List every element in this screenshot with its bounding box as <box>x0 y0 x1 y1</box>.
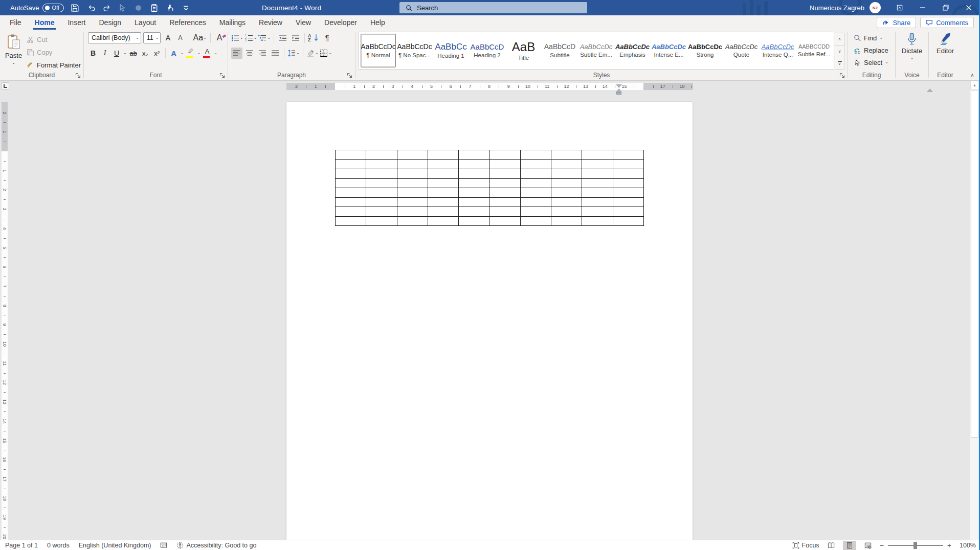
table-cell[interactable] <box>520 159 551 169</box>
table-cell[interactable] <box>613 188 643 198</box>
style-item-intense-e[interactable]: AaBbCcDcIntense E... <box>651 34 686 67</box>
print-layout-button[interactable] <box>843 541 856 550</box>
table-cell[interactable] <box>582 178 613 188</box>
avatar[interactable]: NZ <box>870 2 881 13</box>
scroll-up-icon[interactable]: ▲ <box>970 81 979 89</box>
font-color-button[interactable]: A <box>202 48 212 59</box>
table-cell[interactable] <box>428 159 458 169</box>
style-item-intense-q[interactable]: AaBbCcDcIntense Q... <box>760 34 795 67</box>
tab-insert[interactable]: Insert <box>61 15 92 30</box>
zoom-out-button[interactable]: − <box>880 541 884 549</box>
table-cell[interactable] <box>551 207 582 217</box>
table-cell[interactable] <box>397 188 428 198</box>
font-family-combo[interactable]: Calibri (Body)⌄ <box>88 32 141 43</box>
table-cell[interactable] <box>582 197 613 207</box>
table-cell[interactable] <box>366 188 397 198</box>
table-cell[interactable] <box>551 169 582 179</box>
sort-button[interactable]: AZ <box>308 32 320 43</box>
table-cell[interactable] <box>397 197 428 207</box>
editor-button[interactable]: Editor <box>937 32 954 55</box>
bullets-button[interactable]: ⌄ <box>231 32 243 43</box>
table-cell[interactable] <box>336 216 366 226</box>
table-cell[interactable] <box>489 188 520 198</box>
undo-icon[interactable]: ⌄ <box>86 3 96 12</box>
table-cell[interactable] <box>336 178 366 188</box>
zoom-level[interactable]: 100% <box>956 542 976 549</box>
share-button[interactable]: Share <box>877 17 916 28</box>
subscript-button[interactable]: x₂ <box>140 48 150 59</box>
paragraph-dialog-launcher-icon[interactable] <box>346 72 353 78</box>
table-cell[interactable] <box>520 178 551 188</box>
table-cell[interactable] <box>397 169 428 179</box>
table-cell[interactable] <box>366 216 397 226</box>
focus-mode-button[interactable]: Focus <box>792 542 819 549</box>
scrollbar-thumb[interactable] <box>971 90 978 438</box>
web-layout-button[interactable] <box>861 541 875 550</box>
table-cell[interactable] <box>459 150 489 160</box>
table-cell[interactable] <box>428 169 458 179</box>
vertical-scrollbar[interactable]: ▲ <box>970 81 978 540</box>
table-cell[interactable] <box>366 159 397 169</box>
collapse-ribbon-icon[interactable]: ∧ <box>969 72 976 78</box>
table-cell[interactable] <box>336 150 366 160</box>
hanging-indent-marker[interactable] <box>616 88 622 92</box>
undo-dropdown-icon[interactable]: ⌄ <box>92 7 95 12</box>
save-icon[interactable] <box>71 3 80 12</box>
table-cell[interactable] <box>551 197 582 207</box>
user-name[interactable]: Numericus Zagreb <box>810 4 864 12</box>
find-button[interactable]: Find⌄ <box>852 33 893 43</box>
multilevel-dropdown-icon[interactable]: ⌄ <box>267 36 271 40</box>
multilevel-list-button[interactable]: ⌄ <box>258 32 271 43</box>
table-cell[interactable] <box>336 207 366 217</box>
font-size-combo[interactable]: 11⌄ <box>143 32 161 43</box>
restore-button[interactable] <box>934 0 957 15</box>
table-cell[interactable] <box>366 178 397 188</box>
minimize-button[interactable] <box>911 0 934 15</box>
table-cell[interactable] <box>613 150 643 160</box>
style-item-normal[interactable]: AaBbCcDc¶ Normal <box>361 34 396 67</box>
page-indicator[interactable]: Page 1 of 1 <box>5 542 38 549</box>
borders-dropdown-icon[interactable]: ⌄ <box>328 51 332 55</box>
italic-button[interactable]: I <box>100 48 110 59</box>
dictate-button[interactable]: Dictate ⌄ <box>902 32 922 60</box>
text-effects-dropdown-icon[interactable]: ⌄ <box>181 51 184 55</box>
tab-developer[interactable]: Developer <box>318 15 364 30</box>
replace-button[interactable]: bcReplace <box>852 45 893 55</box>
font-dialog-launcher-icon[interactable] <box>219 72 226 78</box>
text-effects-button[interactable]: A <box>169 48 179 59</box>
proofing-icon[interactable] <box>160 542 167 549</box>
table-cell[interactable] <box>613 169 643 179</box>
zoom-thumb[interactable] <box>914 542 917 549</box>
table-cell[interactable] <box>489 178 520 188</box>
language-indicator[interactable]: English (United Kingdom) <box>79 542 151 549</box>
comments-button[interactable]: Comments <box>920 17 974 28</box>
close-button[interactable] <box>957 0 980 15</box>
table-cell[interactable] <box>428 207 458 217</box>
table-cell[interactable] <box>336 159 366 169</box>
table-cell[interactable] <box>366 207 397 217</box>
styles-more-icon[interactable]: ∨ <box>835 57 844 70</box>
table-cell[interactable] <box>489 159 520 169</box>
format-painter-button[interactable]: Format Painter <box>25 60 82 70</box>
align-right-button[interactable] <box>257 48 268 59</box>
table-cell[interactable] <box>489 197 520 207</box>
line-spacing-button[interactable]: ⌄ <box>287 48 300 59</box>
tab-review[interactable]: Review <box>252 15 289 30</box>
line-spacing-dropdown-icon[interactable]: ⌄ <box>296 51 300 55</box>
table-cell[interactable] <box>366 197 397 207</box>
table-cell[interactable] <box>489 207 520 217</box>
style-item-subtle-em[interactable]: AaBbCcDcSubtle Em... <box>578 34 614 67</box>
shading-dropdown-icon[interactable]: ⌄ <box>315 51 319 55</box>
table-cell[interactable] <box>397 216 428 226</box>
style-item-no-spac[interactable]: AaBbCcDc¶ No Spac... <box>397 34 432 67</box>
show-formatting-marks-button[interactable]: ¶ <box>322 32 333 43</box>
first-line-indent-marker[interactable] <box>616 84 622 88</box>
table-cell[interactable] <box>551 178 582 188</box>
table-cell[interactable] <box>582 150 613 160</box>
tab-references[interactable]: References <box>163 15 213 30</box>
table-cell[interactable] <box>520 207 551 217</box>
tab-design[interactable]: Design <box>92 15 128 30</box>
table-cell[interactable] <box>551 216 582 226</box>
table-cell[interactable] <box>520 216 551 226</box>
justify-button[interactable] <box>270 48 281 59</box>
